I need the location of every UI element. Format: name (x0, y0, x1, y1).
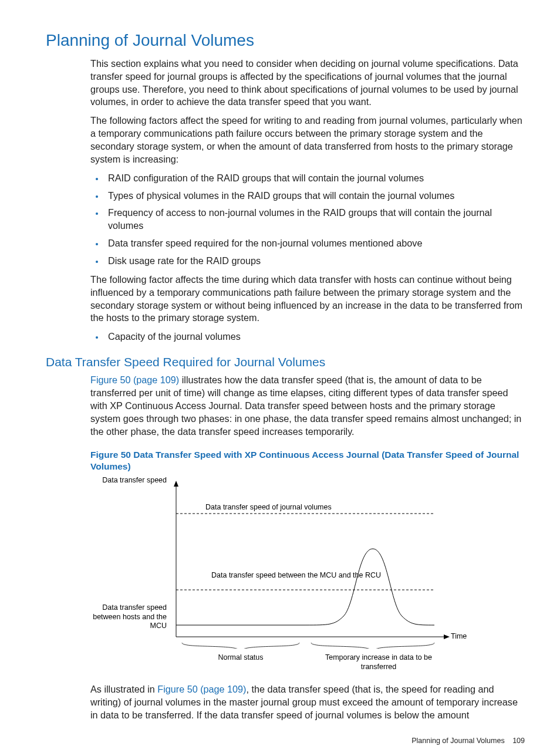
paragraph: This section explains what you need to c… (90, 58, 525, 109)
chart-x-segment-left: Normal status (176, 653, 305, 671)
chart-series-label-upper: Data transfer speed of journal volumes (205, 503, 332, 512)
chart-x-axis-label: Time (451, 632, 467, 642)
figure-caption: Figure 50 Data Transfer Speed with XP Co… (90, 449, 525, 472)
svg-marker-3 (444, 634, 450, 639)
figure-chart: Data transfer speed Data transfer speed … (90, 478, 525, 671)
chart-y-label-top: Data transfer speed (90, 476, 167, 485)
bullet-list: RAID configuration of the RAID groups th… (90, 172, 525, 268)
svg-marker-1 (174, 481, 178, 487)
page-footer: Planning of Journal Volumes 109 (46, 736, 525, 746)
paragraph: As illustrated in Figure 50 (page 109), … (90, 683, 525, 722)
bullet-list: Capacity of the journal volumes (90, 330, 525, 343)
paragraph: The following factors affect the speed f… (90, 114, 525, 166)
paragraph: Figure 50 (page 109) illustrates how the… (90, 374, 525, 438)
list-item: RAID configuration of the RAID groups th… (104, 172, 525, 185)
list-item: Types of physical volumes in the RAID gr… (104, 190, 525, 202)
list-item: Capacity of the journal volumes (104, 330, 525, 343)
paragraph-text: As illustrated in (90, 684, 157, 694)
chart-x-segment-right: Temporary increase in data to be transfe… (311, 653, 446, 671)
cross-reference-link[interactable]: Figure 50 (page 109) (90, 374, 179, 385)
list-item: Data transfer speed required for the non… (104, 237, 525, 250)
chart-series-label-lower: Data transfer speed between the MCU and … (211, 571, 381, 580)
chart-y-label-side: Data transfer speed between hosts and th… (90, 603, 167, 631)
list-item: Frequency of access to non-journal volum… (104, 207, 525, 232)
section-heading: Planning of Journal Volumes (46, 29, 525, 52)
footer-page-number: 109 (512, 737, 525, 745)
subsection-heading: Data Transfer Speed Required for Journal… (46, 354, 525, 370)
cross-reference-link[interactable]: Figure 50 (page 109) (157, 684, 246, 694)
paragraph: The following factor affects the time du… (90, 274, 525, 325)
footer-section-title: Planning of Journal Volumes (411, 737, 504, 745)
list-item: Disk usage rate for the RAID groups (104, 255, 525, 268)
